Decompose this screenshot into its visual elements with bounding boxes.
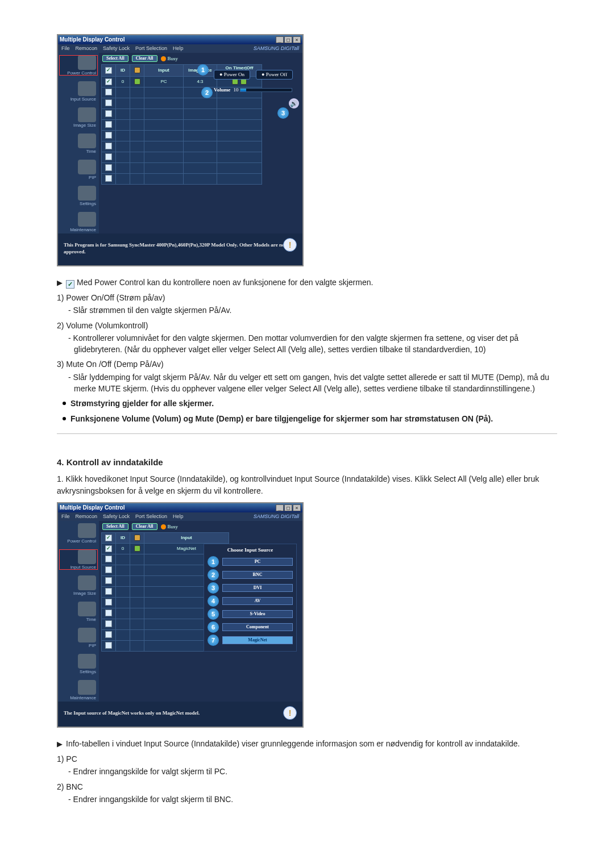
callout-1: 1: [197, 64, 209, 76]
chk-header[interactable]: [105, 67, 112, 74]
window-title: Multiple Display Control: [60, 505, 125, 511]
table-row[interactable]: [102, 131, 262, 141]
menu-remocon[interactable]: Remocon: [76, 514, 98, 519]
bullet-icon: [63, 402, 66, 405]
opt-dvi[interactable]: 3DVI: [208, 582, 293, 594]
sidebar-item-pip[interactable]: PIP: [59, 160, 98, 180]
item-1: 1) Power On/Off (Strøm på/av): [57, 292, 557, 303]
busy-indicator: Busy: [161, 524, 179, 529]
table-row[interactable]: [102, 174, 262, 185]
select-all-button[interactable]: Select All: [102, 523, 128, 530]
sidebar-item-powercontrol[interactable]: Power Control: [59, 523, 98, 544]
menu-file[interactable]: File: [61, 514, 70, 519]
checkbox-icon: [66, 280, 74, 289]
table-row[interactable]: [102, 120, 262, 131]
opt-av[interactable]: 4AV: [208, 595, 293, 607]
sidebar-item-settings[interactable]: Settings: [59, 654, 98, 674]
sidebar-item-maintenance[interactable]: Maintenance: [59, 680, 98, 700]
sidebar-item-imagesize[interactable]: Image Size: [59, 575, 98, 596]
window-buttons: _□×: [275, 36, 301, 43]
col-id: ID: [116, 533, 130, 544]
callout-5: 5: [208, 608, 219, 620]
col-input: Input: [144, 533, 229, 544]
sidebar-item-inputsource[interactable]: Input Source: [59, 81, 98, 102]
sidebar-item-settings[interactable]: Settings: [59, 186, 98, 206]
power-on-button[interactable]: ● Power On: [214, 70, 250, 80]
item-2-dash: - Kontrollerer volumnivået for den valgt…: [74, 332, 557, 356]
table-row[interactable]: [102, 109, 262, 120]
col-input: Input: [144, 65, 184, 77]
minimize-icon[interactable]: _: [276, 36, 284, 43]
minimize-icon[interactable]: _: [276, 504, 284, 511]
item-2: 2) Volume (Volumkontroll): [57, 320, 557, 331]
time-icon: [78, 602, 96, 616]
cell-input: PC: [144, 77, 184, 87]
table-row[interactable]: [102, 141, 262, 152]
sidebar-item-inputsource[interactable]: Input Source: [59, 549, 98, 570]
busy-dot-icon: [161, 56, 166, 61]
footer-notice: The Input source of MagicNet works only …: [58, 702, 302, 727]
clear-all-button[interactable]: Clear All: [132, 55, 157, 62]
mute-button[interactable]: 🔊: [289, 98, 299, 108]
item-pc: 1) PC: [57, 753, 557, 765]
item-3: 3) Mute On /Off (Demp På/Av): [57, 358, 557, 370]
arrow-icon: ▶: [57, 278, 63, 287]
opt-component[interactable]: 6Component: [208, 621, 293, 633]
sidebar-item-time[interactable]: Time: [59, 602, 98, 622]
sidebar-item-pip[interactable]: PIP: [59, 628, 98, 648]
window-buttons: _□×: [275, 504, 301, 511]
close-icon[interactable]: ×: [293, 504, 301, 511]
status-lamp: [134, 78, 140, 85]
status-lamp: [134, 545, 140, 552]
item-bnc-dash: - Endrer inngangskilde for valgt skjerm …: [74, 794, 557, 805]
power-off-button[interactable]: ● Power Off: [256, 70, 293, 80]
section-4-title: 4. Kontroll av inndatakilde: [57, 457, 557, 468]
callout-2: 2: [201, 87, 213, 98]
menu-remocon[interactable]: Remocon: [76, 46, 98, 51]
callout-3: 3: [208, 582, 219, 594]
volume-slider[interactable]: [240, 88, 292, 92]
warning-icon: [283, 706, 297, 720]
close-icon[interactable]: ×: [293, 36, 301, 43]
item-pc-dash: - Endrer inngangskilde for valgt skjerm …: [74, 766, 557, 777]
clear-all-button[interactable]: Clear All: [132, 523, 157, 530]
sidebar: Power Control Input Source Image Size Ti…: [58, 53, 99, 233]
callout-1: 1: [208, 556, 219, 567]
menu-file[interactable]: File: [61, 46, 70, 51]
cell-id: 0: [116, 544, 130, 554]
table-row[interactable]: [102, 152, 262, 163]
opt-magicnet[interactable]: 7MagicNet: [208, 635, 293, 646]
sidebar-item-powercontrol[interactable]: Power Control: [59, 55, 98, 76]
sidebar-item-time[interactable]: Time: [59, 133, 98, 154]
opt-svideo[interactable]: 5S-Video: [208, 608, 293, 620]
sidebar-item-maintenance[interactable]: Maintenance: [59, 212, 98, 232]
menu-help[interactable]: Help: [173, 46, 184, 51]
menu-safetylock[interactable]: Safety Lock: [103, 514, 130, 519]
maximize-icon[interactable]: □: [284, 504, 292, 511]
menu-safetylock[interactable]: Safety Lock: [103, 46, 130, 51]
menu-portselection[interactable]: Port Selection: [135, 46, 167, 51]
opt-bnc[interactable]: 2BNC: [208, 569, 293, 581]
row-chk[interactable]: [105, 78, 112, 85]
sidebar-item-imagesize[interactable]: Image Size: [59, 107, 98, 128]
chk-header[interactable]: [105, 535, 112, 541]
imagesize-icon: [78, 107, 96, 122]
menubar: File Remocon Safety Lock Port Selection …: [58, 512, 302, 521]
maximize-icon[interactable]: □: [284, 36, 292, 43]
table-row[interactable]: [102, 163, 262, 174]
menu-help[interactable]: Help: [173, 514, 184, 519]
gear-icon: [78, 186, 96, 201]
section-4-step: 1. Klikk hovedikonet Input Source (Innda…: [57, 473, 557, 496]
row-chk[interactable]: [105, 545, 112, 552]
power-icon: [78, 523, 96, 538]
intro-line-input: ▶Info-tabellen i vinduet Input Source (I…: [57, 738, 557, 750]
intro-line: ▶Med Power Control kan du kontrollere no…: [57, 277, 557, 289]
menu-portselection[interactable]: Port Selection: [135, 514, 167, 519]
status-lamp-header: [134, 67, 140, 73]
opt-pc[interactable]: 1PC: [208, 556, 293, 567]
select-all-button[interactable]: Select All: [102, 55, 128, 62]
right-panel: ● Power On ● Power Off Volume 10 🔊: [214, 70, 299, 108]
callout-7: 7: [208, 635, 219, 646]
window-titlebar: Multiple Display Control _□×: [58, 503, 302, 512]
choose-header: Choose Input Source: [208, 548, 293, 553]
